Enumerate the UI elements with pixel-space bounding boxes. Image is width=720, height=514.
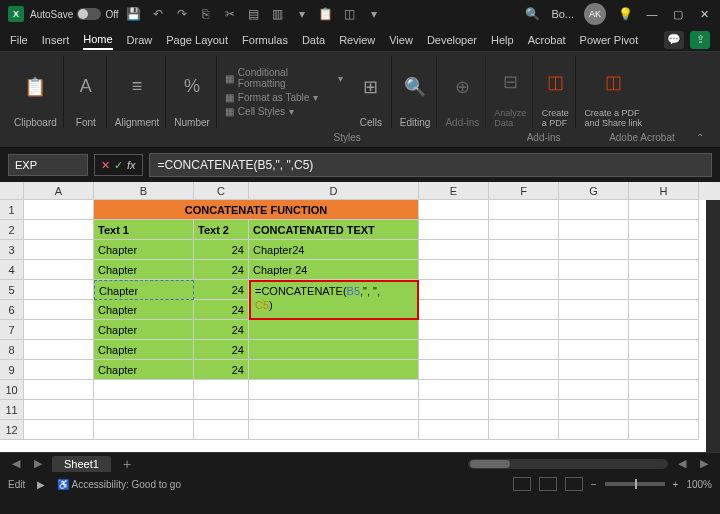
cell[interactable]: Chapter [94, 340, 194, 360]
sort-asc-icon[interactable]: ▤ [245, 5, 263, 23]
title-cell[interactable]: CONCATENATE FUNCTION [94, 200, 419, 220]
col-header[interactable]: C [194, 182, 249, 200]
header-cell[interactable]: Text 2 [194, 220, 249, 240]
col-header[interactable]: B [94, 182, 194, 200]
row-header[interactable]: 10 [0, 380, 24, 400]
col-header[interactable]: A [24, 182, 94, 200]
zoom-level[interactable]: 100% [686, 479, 712, 490]
tab-pagelayout[interactable]: Page Layout [166, 31, 228, 49]
col-header[interactable]: D [249, 182, 419, 200]
row-header[interactable]: 7 [0, 320, 24, 340]
formula-bar[interactable]: =CONCATENATE(B5,", ",C5) [149, 153, 712, 177]
sheet-prev-icon[interactable]: ◀ [8, 457, 24, 470]
macro-icon[interactable]: ▶ [37, 479, 45, 490]
more-icon[interactable]: ▾ [365, 5, 383, 23]
col-header[interactable]: F [489, 182, 559, 200]
paste-icon[interactable]: 📋 [317, 5, 335, 23]
toggle-icon[interactable] [77, 8, 101, 20]
tab-home[interactable]: Home [83, 30, 112, 50]
cells-icon[interactable]: ⊞ [357, 75, 385, 99]
cell[interactable]: Chapter [94, 260, 194, 280]
vertical-scrollbar[interactable] [706, 200, 720, 452]
row-header[interactable]: 4 [0, 260, 24, 280]
cell[interactable] [24, 200, 94, 220]
col-header[interactable]: G [559, 182, 629, 200]
alignment-icon[interactable]: ≡ [123, 75, 151, 99]
tab-developer[interactable]: Developer [427, 31, 477, 49]
tab-draw[interactable]: Draw [127, 31, 153, 49]
cell[interactable]: Chapter [94, 300, 194, 320]
maximize-button[interactable]: ▢ [670, 6, 686, 22]
cell[interactable]: 24 [194, 280, 249, 300]
sheet-next-icon[interactable]: ▶ [30, 457, 46, 470]
cell[interactable]: Chapter [94, 320, 194, 340]
cell[interactable]: 24 [194, 320, 249, 340]
zoom-in-button[interactable]: + [673, 479, 679, 490]
cell[interactable]: Chapter 24 [249, 260, 419, 280]
cell-editing[interactable]: =CONCATENATE(B5,", ",C5) [249, 280, 419, 320]
horizontal-scrollbar[interactable] [468, 459, 668, 469]
page-layout-view-button[interactable] [539, 477, 557, 491]
comments-button[interactable]: 💬 [664, 31, 684, 49]
row-header[interactable]: 11 [0, 400, 24, 420]
copy-icon[interactable]: ⎘ [197, 5, 215, 23]
normal-view-button[interactable] [513, 477, 531, 491]
tab-help[interactable]: Help [491, 31, 514, 49]
lightbulb-icon[interactable]: 💡 [616, 5, 634, 23]
cut-icon[interactable]: ✂ [221, 5, 239, 23]
editing-icon[interactable]: 🔍 [401, 75, 429, 99]
search-icon[interactable]: 🔍 [523, 5, 541, 23]
cell[interactable]: Chapter [94, 360, 194, 380]
row-header[interactable]: 5 [0, 280, 24, 300]
row-header[interactable]: 6 [0, 300, 24, 320]
cell[interactable] [249, 360, 419, 380]
tab-file[interactable]: File [10, 31, 28, 49]
header-cell[interactable]: CONCATENATED TEXT [249, 220, 419, 240]
autosave-toggle[interactable]: AutoSave Off [30, 8, 119, 20]
row-header[interactable]: 9 [0, 360, 24, 380]
row-header[interactable]: 1 [0, 200, 24, 220]
row-header[interactable]: 2 [0, 220, 24, 240]
cell[interactable]: 24 [194, 360, 249, 380]
cell[interactable]: 24 [194, 300, 249, 320]
row-header[interactable]: 8 [0, 340, 24, 360]
col-header[interactable]: H [629, 182, 699, 200]
conditional-formatting-button[interactable]: ▦ Conditional Formatting ▾ [225, 66, 343, 90]
scroll-left-icon[interactable]: ◀ [674, 457, 690, 470]
add-sheet-button[interactable]: + [117, 456, 137, 472]
clipboard-icon[interactable]: 📋 [21, 75, 49, 99]
cell[interactable]: 24 [194, 260, 249, 280]
name-box[interactable]: EXP [8, 154, 88, 176]
accept-formula-icon[interactable]: ✓ [114, 159, 123, 172]
scroll-right-icon[interactable]: ▶ [696, 457, 712, 470]
chevron-down-icon[interactable]: ▾ [293, 5, 311, 23]
share-button[interactable]: ⇪ [690, 31, 710, 49]
save-icon[interactable]: 💾 [125, 5, 143, 23]
row-header[interactable]: 12 [0, 420, 24, 440]
cell[interactable] [249, 340, 419, 360]
cells-area[interactable]: CONCATENATE FUNCTION Text 1 Text 2 CONCA… [24, 200, 720, 452]
undo-icon[interactable]: ↶ [149, 5, 167, 23]
select-all-corner[interactable] [0, 182, 24, 200]
cell[interactable] [249, 320, 419, 340]
tab-insert[interactable]: Insert [42, 31, 70, 49]
cell[interactable]: 24 [194, 240, 249, 260]
fx-icon[interactable]: fx [127, 159, 136, 171]
pdf-icon[interactable]: ◫ [541, 70, 569, 94]
cell[interactable]: 24 [194, 340, 249, 360]
cell-styles-button[interactable]: ▦ Cell Styles ▾ [225, 105, 343, 118]
font-icon[interactable]: A [72, 75, 100, 99]
share-pdf-icon[interactable]: ◫ [599, 70, 627, 94]
header-cell[interactable]: Text 1 [94, 220, 194, 240]
number-icon[interactable]: % [178, 75, 206, 99]
cell[interactable]: Chapter24 [249, 240, 419, 260]
tab-acrobat[interactable]: Acrobat [528, 31, 566, 49]
zoom-slider[interactable] [605, 482, 665, 486]
minimize-button[interactable]: — [644, 6, 660, 22]
tab-formulas[interactable]: Formulas [242, 31, 288, 49]
tab-review[interactable]: Review [339, 31, 375, 49]
collapse-ribbon-icon[interactable]: ⌃ [696, 132, 712, 147]
tab-data[interactable]: Data [302, 31, 325, 49]
avatar[interactable]: AK [584, 3, 606, 25]
new-icon[interactable]: ◫ [341, 5, 359, 23]
